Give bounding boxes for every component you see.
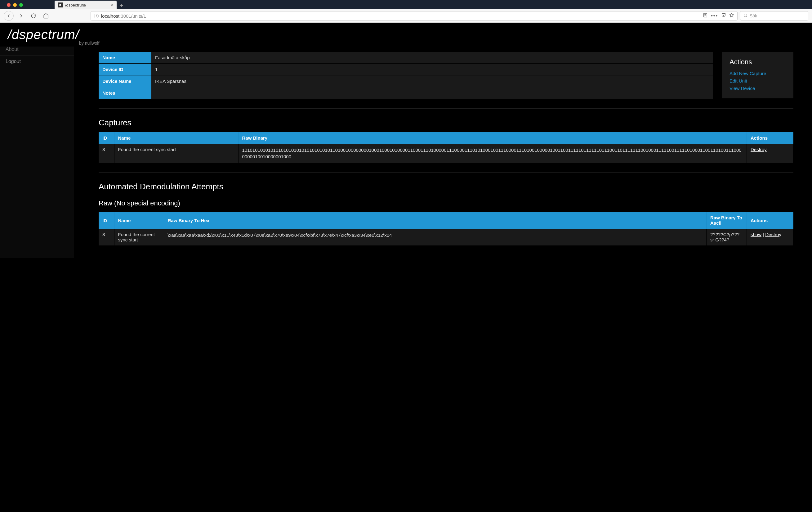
col-id: ID	[98, 132, 114, 144]
sidebar-label: Logout	[6, 59, 21, 64]
close-window-button[interactable]	[7, 3, 10, 7]
favicon-icon: #	[58, 2, 63, 7]
edit-unit-link[interactable]: Edit Unit	[729, 77, 786, 85]
col-name: Name	[114, 132, 238, 144]
new-tab-button[interactable]: +	[117, 2, 126, 9]
divider	[98, 172, 793, 173]
col-raw: Raw Binary	[238, 132, 747, 144]
page-content: /dspectrum/ by nullwolf About Logout Nam…	[0, 23, 812, 512]
table-row: 3 Found the corrent sync start 101010101…	[98, 144, 793, 163]
view-device-link[interactable]: View Device	[729, 85, 786, 92]
pocket-icon[interactable]	[721, 13, 726, 19]
site-info-icon[interactable]: i	[94, 13, 98, 18]
forward-button[interactable]	[16, 11, 26, 21]
sidebar-item-about[interactable]: About	[0, 47, 74, 55]
tab-title: /dspectrum/	[65, 3, 86, 7]
main-content: Name Fasadmätarskåp Device ID 1 Device N…	[74, 47, 812, 258]
table-row: Notes	[98, 87, 713, 99]
demod-table: ID Name Raw Binary To Hex Raw Binary To …	[98, 212, 793, 246]
search-placeholder: Sök	[750, 13, 757, 18]
url-text: localhost:3001/units/1	[101, 13, 700, 19]
col-actions: Actions	[747, 132, 793, 144]
unit-info-table: Name Fasadmätarskåp Device ID 1 Device N…	[98, 52, 713, 99]
info-value: Fasadmätarskåp	[151, 52, 713, 64]
app-header: /dspectrum/ by nullwolf	[0, 23, 812, 47]
sidebar: About Logout	[0, 47, 74, 258]
browser-tab[interactable]: # /dspectrum/ ×	[55, 1, 117, 9]
info-label: Device Name	[98, 76, 151, 87]
cell-name: Found the corrent sync start	[114, 229, 164, 246]
svg-marker-4	[729, 13, 733, 17]
destroy-link[interactable]: Destroy	[751, 147, 767, 152]
search-icon	[744, 13, 748, 19]
window-controls	[3, 1, 27, 9]
cell-name: Found the corrent sync start	[114, 144, 238, 163]
col-actions: Actions	[747, 212, 793, 229]
tab-bar: # /dspectrum/ × +	[0, 0, 812, 9]
info-label: Name	[98, 52, 151, 64]
actions-panel: Actions Add New Capture Edit Unit View D…	[722, 52, 793, 98]
svg-point-5	[744, 13, 747, 17]
cell-actions: show | Destroy	[747, 229, 793, 246]
back-button[interactable]	[4, 11, 13, 21]
bookmark-star-icon[interactable]	[729, 13, 734, 19]
minimize-window-button[interactable]	[13, 3, 17, 7]
maximize-window-button[interactable]	[19, 3, 23, 7]
col-id: ID	[98, 212, 114, 229]
sidebar-item-logout[interactable]: Logout	[0, 55, 74, 67]
table-row: Name Fasadmätarskåp	[98, 52, 713, 64]
svg-line-6	[747, 16, 748, 17]
cell-id: 3	[98, 229, 114, 246]
info-value: IKEA Sparsnäs	[151, 76, 713, 87]
cell-ascii: ?????C?p???s~G??4?	[706, 229, 747, 246]
demod-heading: Automated Demodulation Attempts	[98, 182, 793, 192]
col-ascii: Raw Binary To Ascii	[706, 212, 747, 229]
address-bar[interactable]: i localhost:3001/units/1 •••	[91, 11, 737, 21]
info-label: Notes	[98, 87, 151, 99]
table-row: 3 Found the corrent sync start \xaa\xaa\…	[98, 229, 793, 246]
cell-id: 3	[98, 144, 114, 163]
actions-heading: Actions	[729, 58, 786, 66]
divider	[98, 108, 793, 109]
cell-raw-binary: 1010101010101010101010101010101010110100…	[238, 144, 747, 163]
cell-actions: Destroy	[747, 144, 793, 163]
destroy-link[interactable]: Destroy	[765, 232, 781, 237]
info-value	[151, 87, 713, 99]
table-row: Device Name IKEA Sparsnäs	[98, 76, 713, 87]
app-logo: /dspectrum/	[8, 27, 804, 42]
search-box[interactable]: Sök	[740, 11, 808, 21]
show-link[interactable]: show	[751, 232, 761, 237]
sidebar-label: About	[6, 47, 19, 52]
toolbar: i localhost:3001/units/1 ••• Sök	[0, 9, 812, 23]
home-button[interactable]	[41, 11, 51, 21]
col-name: Name	[114, 212, 164, 229]
info-label: Device ID	[98, 64, 151, 76]
raw-subheading: Raw (No special encoding)	[98, 199, 793, 207]
more-icon[interactable]: •••	[711, 13, 718, 19]
cell-hex: \xaa\xaa\xaa\xaa\xd2\x01\x11\x43\x1d\x07…	[164, 229, 706, 246]
reader-mode-icon[interactable]	[703, 13, 708, 19]
close-tab-icon[interactable]: ×	[111, 2, 114, 8]
add-capture-link[interactable]: Add New Capture	[729, 70, 786, 77]
captures-heading: Captures	[98, 118, 793, 127]
app-byline: by nullwolf	[79, 41, 804, 46]
col-hex: Raw Binary To Hex	[164, 212, 706, 229]
captures-table: ID Name Raw Binary Actions 3 Found the c…	[98, 132, 793, 163]
info-value: 1	[151, 64, 713, 76]
reload-button[interactable]	[29, 11, 38, 21]
browser-chrome: # /dspectrum/ × + i localhost:3001/units…	[0, 0, 812, 23]
table-row: Device ID 1	[98, 64, 713, 76]
